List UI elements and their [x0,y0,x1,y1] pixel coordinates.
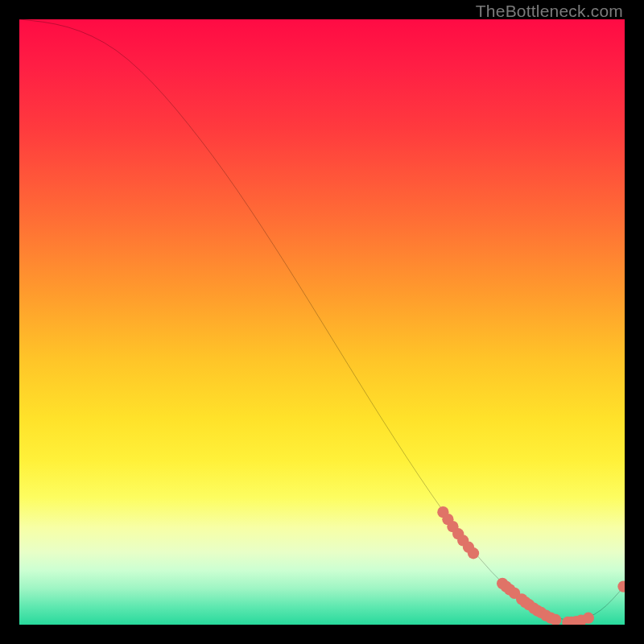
chart-stage: TheBottleneck.com [0,0,644,644]
watermark-text: TheBottleneck.com [476,2,623,21]
chart-svg [19,19,625,625]
highlighted-points [437,506,625,625]
marker-dot [468,547,479,559]
marker-dot [617,580,625,592]
bottleneck-curve [19,19,625,620]
plot-area [19,19,625,625]
marker-dot [583,613,594,624]
